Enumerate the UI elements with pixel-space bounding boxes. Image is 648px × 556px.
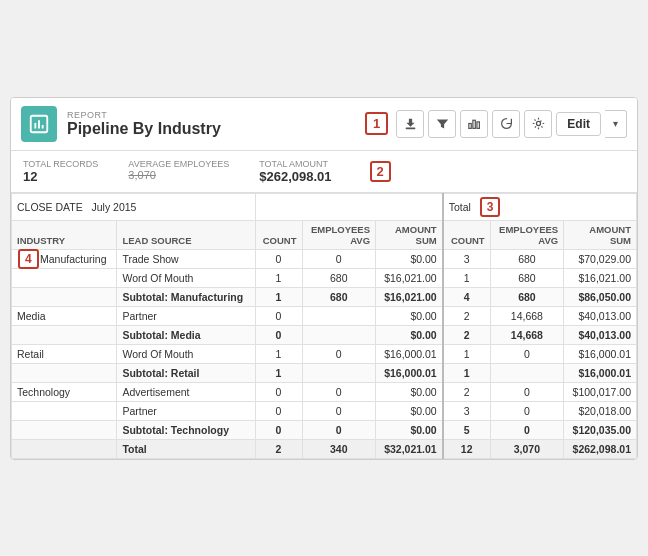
cell-j-count: 1 bbox=[255, 287, 302, 306]
svg-rect-6 bbox=[473, 120, 475, 128]
total-amount-value: $262,098.01 bbox=[259, 169, 331, 184]
cell-industry: Technology bbox=[12, 382, 117, 401]
cell-j-emp bbox=[302, 306, 376, 325]
cell-t-amt: $20,018.00 bbox=[564, 401, 637, 420]
col-t-amt: AMOUNTSum bbox=[564, 220, 637, 249]
cell-j-emp: 0 bbox=[302, 401, 376, 420]
cell-t-amt: $86,050.00 bbox=[564, 287, 637, 306]
july-group-header bbox=[255, 193, 443, 220]
cell-t-count: 1 bbox=[443, 363, 490, 382]
cell-j-emp: 0 bbox=[302, 420, 376, 439]
svg-point-8 bbox=[536, 121, 540, 125]
report-name: Pipeline By Industry bbox=[67, 120, 221, 138]
stats-bar: Total Records 12 Average Employees 3,070… bbox=[11, 151, 637, 193]
cell-j-amt: $0.00 bbox=[376, 420, 443, 439]
cell-j-amt: $0.00 bbox=[376, 249, 443, 268]
numbered-box-3: 3 bbox=[480, 197, 501, 217]
cell-t-amt: $16,000.01 bbox=[564, 344, 637, 363]
numbered-box-2: 2 bbox=[370, 161, 391, 182]
cell-j-amt: $32,021.01 bbox=[376, 439, 443, 458]
cell-j-count: 1 bbox=[255, 363, 302, 382]
cell-j-count: 2 bbox=[255, 439, 302, 458]
settings-btn[interactable] bbox=[524, 110, 552, 138]
cell-j-count: 1 bbox=[255, 268, 302, 287]
cell-t-count: 2 bbox=[443, 325, 490, 344]
data-row: MediaPartner0$0.00214,668$40,013.00 bbox=[12, 306, 637, 325]
refresh-btn[interactable] bbox=[492, 110, 520, 138]
cell-lead-source: Trade Show bbox=[117, 249, 255, 268]
chart-btn[interactable] bbox=[460, 110, 488, 138]
numbered-box-1: 1 bbox=[365, 112, 388, 135]
cell-t-amt: $262,098.01 bbox=[564, 439, 637, 458]
cell-industry bbox=[12, 363, 117, 382]
total-group-label: Total bbox=[449, 201, 471, 213]
cell-industry: Media bbox=[12, 306, 117, 325]
avg-employees-stat: Average Employees 3,070 bbox=[128, 159, 229, 184]
data-row: TechnologyAdvertisement00$0.0020$100,017… bbox=[12, 382, 637, 401]
cell-lead-source: Partner bbox=[117, 306, 255, 325]
cell-t-amt: $40,013.00 bbox=[564, 325, 637, 344]
total-records-value: 12 bbox=[23, 169, 98, 184]
header-left: REPORT Pipeline By Industry bbox=[21, 106, 221, 142]
cell-j-count: 0 bbox=[255, 382, 302, 401]
report-header: REPORT Pipeline By Industry 1 Edit ▾ bbox=[11, 98, 637, 151]
svg-rect-5 bbox=[469, 124, 471, 129]
report-table: CLOSE DATE July 2015 Total 3 INDUSTRY LE… bbox=[11, 193, 637, 459]
cell-industry: 4Manufacturing bbox=[12, 249, 117, 268]
cell-t-emp: 0 bbox=[490, 344, 564, 363]
data-row: 4ManufacturingTrade Show00$0.003680$70,0… bbox=[12, 249, 637, 268]
data-row: Partner00$0.0030$20,018.00 bbox=[12, 401, 637, 420]
total-amount-label: Total Amount bbox=[259, 159, 331, 169]
report-container: REPORT Pipeline By Industry 1 Edit ▾ bbox=[10, 97, 638, 460]
cell-j-amt: $0.00 bbox=[376, 306, 443, 325]
cell-t-amt: $16,000.01 bbox=[564, 363, 637, 382]
cell-t-amt: $16,021.00 bbox=[564, 268, 637, 287]
cell-j-amt: $16,021.00 bbox=[376, 287, 443, 306]
col-industry: INDUSTRY bbox=[12, 220, 117, 249]
total-amount-stat: Total Amount $262,098.01 bbox=[259, 159, 331, 184]
cell-j-emp bbox=[302, 325, 376, 344]
cell-j-count: 0 bbox=[255, 325, 302, 344]
cell-j-emp: 0 bbox=[302, 382, 376, 401]
cell-lead-source: Subtotal: Technology bbox=[117, 420, 255, 439]
cell-t-count: 2 bbox=[443, 306, 490, 325]
cell-t-count: 1 bbox=[443, 344, 490, 363]
cell-j-emp bbox=[302, 363, 376, 382]
cell-lead-source: Advertisement bbox=[117, 382, 255, 401]
cell-t-count: 5 bbox=[443, 420, 490, 439]
cell-t-count: 3 bbox=[443, 401, 490, 420]
cell-lead-source: Partner bbox=[117, 401, 255, 420]
cell-industry bbox=[12, 420, 117, 439]
cell-industry bbox=[12, 287, 117, 306]
subtotal-row: Subtotal: Manufacturing1680$16,021.00468… bbox=[12, 287, 637, 306]
filter-btn[interactable] bbox=[428, 110, 456, 138]
cell-j-count: 0 bbox=[255, 249, 302, 268]
data-row: Word Of Mouth1680$16,021.001680$16,021.0… bbox=[12, 268, 637, 287]
cell-t-emp: 680 bbox=[490, 287, 564, 306]
close-date-label: CLOSE DATE bbox=[17, 201, 83, 213]
cell-t-emp: 680 bbox=[490, 268, 564, 287]
cell-j-emp: 680 bbox=[302, 287, 376, 306]
cell-j-count: 1 bbox=[255, 344, 302, 363]
cell-lead-source: Subtotal: Manufacturing bbox=[117, 287, 255, 306]
cell-j-count: 0 bbox=[255, 420, 302, 439]
cell-j-emp: 340 bbox=[302, 439, 376, 458]
cell-t-emp: 680 bbox=[490, 249, 564, 268]
cell-j-amt: $16,000.01 bbox=[376, 344, 443, 363]
download-btn[interactable] bbox=[396, 110, 424, 138]
header-title-block: REPORT Pipeline By Industry bbox=[67, 110, 221, 138]
edit-button[interactable]: Edit bbox=[556, 112, 601, 136]
cell-industry bbox=[12, 268, 117, 287]
edit-dropdown-btn[interactable]: ▾ bbox=[605, 110, 627, 138]
cell-t-emp: 0 bbox=[490, 382, 564, 401]
cell-j-emp: 0 bbox=[302, 249, 376, 268]
col-t-count: COUNT bbox=[443, 220, 490, 249]
cell-lead-source: Subtotal: Retail bbox=[117, 363, 255, 382]
cell-industry bbox=[12, 401, 117, 420]
total-row: Total2340$32,021.01123,070$262,098.01 bbox=[12, 439, 637, 458]
cell-j-amt: $0.00 bbox=[376, 401, 443, 420]
col-j-amt: AMOUNTSum bbox=[376, 220, 443, 249]
cell-j-amt: $16,000.01 bbox=[376, 363, 443, 382]
close-date-label-cell: CLOSE DATE July 2015 bbox=[12, 193, 256, 220]
date-header-row: CLOSE DATE July 2015 Total 3 bbox=[12, 193, 637, 220]
